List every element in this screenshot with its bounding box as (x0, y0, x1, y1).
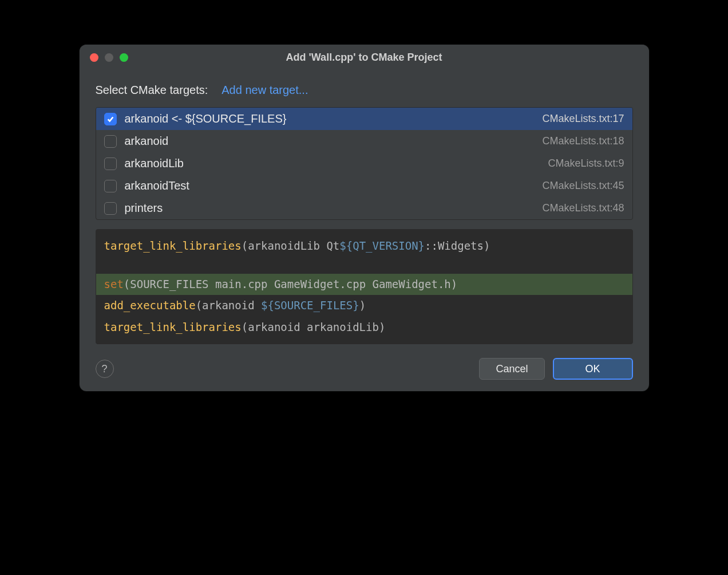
ok-button-label: OK (585, 363, 600, 375)
code-preview: target_link_libraries(arkanoidLib Qt${QT… (96, 229, 633, 344)
close-window-button[interactable] (90, 53, 98, 62)
code-token: ) (359, 299, 366, 312)
dialog-footer: ? Cancel OK (96, 358, 633, 380)
target-label: arkanoid <- ${SOURCE_FILES} (125, 112, 535, 125)
target-source: CMakeLists.txt:17 (542, 113, 624, 125)
target-label: arkanoidTest (125, 179, 535, 192)
target-row[interactable]: arkanoidCMakeLists.txt:18 (96, 130, 632, 152)
code-token: set (104, 278, 124, 290)
code-token: ::Widgets) (425, 239, 490, 252)
target-checkbox[interactable] (104, 113, 117, 125)
target-row[interactable]: printersCMakeLists.txt:48 (96, 197, 632, 219)
code-line: target_link_libraries(arkanoid arkanoidL… (96, 317, 632, 338)
code-token: ${SOURCE_FILES} (261, 299, 359, 312)
target-row[interactable]: arkanoidTestCMakeLists.txt:45 (96, 175, 632, 197)
target-row[interactable]: arkanoid <- ${SOURCE_FILES}CMakeLists.tx… (96, 108, 632, 130)
select-targets-label: Select CMake targets: (96, 84, 208, 97)
dialog-title: Add 'Wall.cpp' to CMake Project (90, 52, 639, 64)
code-token: add_executable (104, 299, 196, 312)
header-row: Select CMake targets: Add new target... (96, 84, 633, 97)
target-source: CMakeLists.txt:9 (548, 157, 624, 170)
code-line: target_link_libraries(arkanoidLib Qt${QT… (96, 235, 632, 257)
target-checkbox[interactable] (104, 135, 117, 148)
cancel-button[interactable]: Cancel (479, 358, 544, 380)
target-source: CMakeLists.txt:48 (542, 202, 624, 214)
dialog-content: Select CMake targets: Add new target... … (80, 70, 649, 391)
ok-button[interactable]: OK (553, 358, 633, 380)
code-token: target_link_libraries (104, 239, 242, 252)
maximize-window-button[interactable] (120, 53, 128, 62)
code-line (96, 257, 632, 273)
cancel-button-label: Cancel (496, 363, 528, 375)
target-checkbox[interactable] (104, 180, 117, 192)
code-token: ${QT_VERSION} (339, 239, 425, 252)
target-label: printers (125, 202, 535, 215)
add-new-target-link[interactable]: Add new target... (221, 84, 308, 97)
target-checkbox[interactable] (104, 202, 117, 215)
code-line: set(SOURCE_FILES main.cpp GameWidget.cpp… (96, 274, 632, 295)
code-token: target_link_libraries (104, 321, 242, 333)
code-token: (arkanoid arkanoidLib) (242, 321, 386, 333)
check-icon (106, 115, 114, 123)
target-checkbox[interactable] (104, 157, 117, 170)
dialog-window: Add 'Wall.cpp' to CMake Project Select C… (80, 45, 649, 391)
window-controls (90, 53, 128, 62)
target-label: arkanoid (125, 135, 535, 148)
help-icon: ? (101, 363, 107, 375)
minimize-window-button[interactable] (105, 53, 113, 62)
target-source: CMakeLists.txt:45 (542, 180, 624, 192)
target-source: CMakeLists.txt:18 (542, 135, 624, 147)
code-token: (SOURCE_FILES main.cpp GameWidget.cpp Ga… (124, 278, 457, 290)
code-line: add_executable(arkanoid ${SOURCE_FILES}) (96, 295, 632, 316)
code-token: (arkanoid (196, 299, 261, 312)
code-token: (arkanoidLib Qt (242, 239, 340, 252)
titlebar: Add 'Wall.cpp' to CMake Project (80, 45, 649, 70)
target-row[interactable]: arkanoidLibCMakeLists.txt:9 (96, 152, 632, 175)
target-list[interactable]: arkanoid <- ${SOURCE_FILES}CMakeLists.tx… (96, 107, 633, 220)
target-label: arkanoidLib (125, 157, 540, 170)
help-button[interactable]: ? (96, 360, 114, 378)
